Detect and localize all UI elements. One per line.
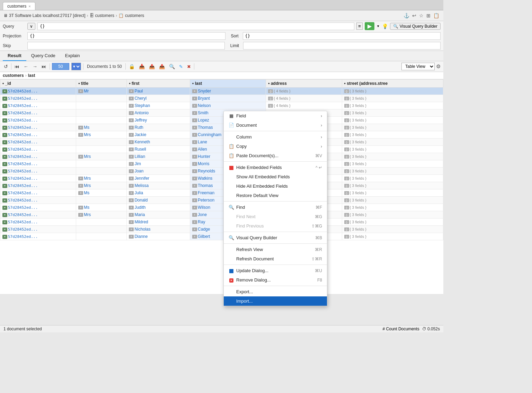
ctx-sep2: [224, 161, 327, 162]
add-doc-btn[interactable]: 📥: [138, 63, 146, 70]
ctx-find[interactable]: 🔍 Find ⌘F: [224, 203, 327, 212]
query-dropdown-btn[interactable]: ∨: [27, 23, 35, 30]
last-page-btn[interactable]: ⏭: [41, 63, 47, 70]
doc-count-label: Documents 1 to 50: [86, 64, 123, 69]
query-section: Query ∨ ≡ ▶ ▾ 💡 🔍 Visual Query Builder P…: [0, 21, 443, 51]
skip-input[interactable]: [27, 42, 225, 50]
tab-bar: customers ×: [0, 0, 443, 10]
anchor-icon-btn[interactable]: ⚓: [403, 12, 410, 19]
page-size-input[interactable]: [52, 63, 69, 70]
table-row[interactable]: ≡57d28452ed...≡Ms≡Ruth≡Thomas{}{ 4 field…: [0, 124, 443, 131]
refresh-btn[interactable]: ↺: [3, 63, 9, 70]
ctx-remove[interactable]: ✕ Remove Dialog... F8: [224, 275, 327, 285]
ctx-refresh-view[interactable]: Refresh View ⌘R: [224, 245, 327, 254]
sort-input[interactable]: [243, 32, 441, 40]
table-row[interactable]: ≡57d28452ed...≡Mrs≡Jackie≡Cunningham{}{ …: [0, 131, 443, 139]
run-query-btn[interactable]: ▶: [365, 22, 374, 30]
star-icon-btn[interactable]: ☆: [418, 12, 424, 19]
table-row[interactable]: ≡57d28452ed...≡Dianne≡Gilbert{}{ 4 field…: [0, 233, 443, 240]
next-page-btn[interactable]: →: [32, 63, 38, 70]
table-row[interactable]: ≡57d28452ed...≡Mr≡Paul≡Snyder{}{ 4 field…: [0, 88, 443, 95]
delete-doc-btn[interactable]: ✖: [186, 63, 192, 70]
limit-input[interactable]: [243, 42, 441, 50]
table-row[interactable]: ≡57d28452ed...≡Donald≡Peterson{}{ 4 fiel…: [0, 197, 443, 204]
breadcrumb: 🖥 3T Software Labs localhost:27017 [dire…: [3, 13, 144, 18]
table-row[interactable]: ≡57d28452ed...≡Ms≡Julia≡Freeman{}{ 4 fie…: [0, 189, 443, 197]
ctx-sep6: [224, 265, 327, 265]
ctx-hide-embedded[interactable]: Hide Embedded Fields ^ ↵: [224, 163, 327, 172]
query-row: Query ∨ ≡ ▶ ▾ 💡 🔍 Visual Query Builder: [0, 21, 443, 31]
ctx-refresh-doc[interactable]: Refresh Document ⇧⌘R: [224, 254, 327, 264]
table-row[interactable]: ≡57d28452ed...≡Mildred≡Ray{}{ 4 fields }…: [0, 218, 443, 226]
export-doc-btn[interactable]: 📤: [158, 63, 166, 70]
view-select[interactable]: Table View Tree View JSON View: [401, 63, 435, 70]
projection-input[interactable]: [27, 32, 225, 40]
breadcrumb-collection: customers: [125, 13, 144, 18]
ctx-find-next[interactable]: Find Next ⌘G: [224, 212, 327, 221]
table-row[interactable]: ≡57d28452ed...≡Rusell≡Allen{}{ 4 fields …: [0, 146, 443, 153]
table-row[interactable]: ≡57d28452ed...≡Jeffrey≡Lopez{}{ 4 fields…: [0, 117, 443, 124]
table-row[interactable]: ≡57d28452ed...≡Jim≡Morris{}{ 4 fields }{…: [0, 160, 443, 168]
table-row[interactable]: ≡57d28452ed...≡Mrs≡Maria≡Jone{}{ 4 field…: [0, 211, 443, 218]
ctx-column[interactable]: Column ›: [224, 132, 327, 142]
ctx-hide-all-embedded[interactable]: Hide All Embedded Fields: [224, 181, 327, 191]
ctx-find-prev[interactable]: Find Previous ⇧⌘G: [224, 221, 327, 231]
table-row[interactable]: ≡57d28452ed...≡Stephan≡Nelson{}{ 4 field…: [0, 102, 443, 109]
first-page-btn[interactable]: ⏮: [14, 63, 20, 70]
lock-icon-btn[interactable]: 🔒: [128, 63, 136, 70]
visual-query-builder-btn[interactable]: 🔍 Visual Query Builder: [390, 23, 441, 30]
path-field: last: [28, 73, 35, 78]
ctx-update[interactable]: Update Dialog... ⌘U: [224, 266, 327, 275]
count-docs-btn[interactable]: # Count Documents: [383, 327, 419, 331]
tab-close-button[interactable]: ×: [28, 4, 30, 8]
ctx-restore-default[interactable]: Restore Default View: [224, 191, 327, 200]
ctx-vqb[interactable]: 🔍 Visual Query Builder ⌘B: [224, 233, 327, 242]
table-row[interactable]: ≡57d28452ed...≡Nicholas≡Cadge{}{ 4 field…: [0, 226, 443, 233]
history-icon-btn[interactable]: ↩: [411, 12, 417, 19]
run-dropdown-btn[interactable]: ▾: [376, 23, 380, 29]
table-row[interactable]: ≡57d28452ed...≡Ms≡Judith≡Wilson{}{ 4 fie…: [0, 204, 443, 211]
tab-label: customers: [7, 4, 26, 9]
table-row[interactable]: ≡57d28452ed...≡Joan≡Reynolds{}{ 4 fields…: [0, 168, 443, 175]
col-header-address[interactable]: • address: [266, 80, 342, 88]
col-header-title[interactable]: • title: [76, 80, 127, 88]
table-row[interactable]: ≡57d28452ed...≡Cheryl≡Bryant{}{ 4 fields…: [0, 95, 443, 102]
ctx-field[interactable]: ▦ Field ›: [224, 111, 327, 120]
path-bar: customers › last: [0, 72, 443, 79]
ctx-sep4: [224, 232, 327, 232]
edit-doc-btn[interactable]: ✎: [178, 63, 184, 70]
page-size-select[interactable]: ▾: [71, 63, 81, 70]
ctx-show-all-embedded[interactable]: Show All Embedded Fields: [224, 172, 327, 181]
tab-result[interactable]: Result: [3, 51, 26, 61]
clone-doc-btn[interactable]: 📤: [148, 63, 156, 70]
col-header-first[interactable]: • first: [127, 80, 190, 88]
table-row[interactable]: ≡57d28452ed...≡Mrs≡Lillian≡Hunter{}{ 4 f…: [0, 153, 443, 160]
ctx-document[interactable]: 📄 Document ›: [224, 120, 327, 130]
grid-icon-btn[interactable]: ⊞: [426, 12, 431, 19]
filter-btn[interactable]: ≡: [356, 23, 363, 30]
tab-explain[interactable]: Explain: [60, 51, 85, 61]
col-header-id[interactable]: • _id: [0, 80, 76, 88]
find-btn[interactable]: 🔍: [168, 63, 176, 70]
toolbar-icons: ⚓ ↩ ☆ ⊞ 📋: [403, 12, 440, 19]
explain-btn[interactable]: 💡: [382, 24, 388, 29]
prev-page-btn[interactable]: ←: [23, 63, 29, 70]
table-container[interactable]: • _id • title • first • last • address •…: [0, 79, 443, 294]
table-row[interactable]: ≡57d28452ed...≡Antonio≡Smith{}{ 4 fields…: [0, 109, 443, 117]
table-row[interactable]: ≡57d28452ed...≡Kenneth≡Lane{}{ 4 fields …: [0, 139, 443, 146]
ctx-import[interactable]: Import...: [224, 296, 327, 306]
ctx-export[interactable]: Export...: [224, 287, 327, 296]
status-right: # Count Documents ⏱ 0.052s: [383, 327, 440, 331]
table-settings-btn[interactable]: ⚙: [436, 63, 441, 70]
table-row[interactable]: ≡57d28452ed...≡Mrs≡Melissa≡Thomas{}{ 4 f…: [0, 182, 443, 189]
copy-icon-btn[interactable]: 📋: [433, 12, 440, 19]
query-input[interactable]: [37, 23, 354, 30]
tab-query-code[interactable]: Query Code: [26, 51, 60, 61]
ctx-copy[interactable]: 📋 Copy ›: [224, 142, 327, 151]
separator4: [125, 63, 126, 70]
table-row[interactable]: ≡57d28452ed...≡Mrs≡Jennifer≡Watkins{}{ 4…: [0, 175, 443, 182]
tab-customers[interactable]: customers ×: [3, 2, 35, 10]
col-header-last[interactable]: • last: [190, 80, 266, 88]
ctx-paste[interactable]: 📋 Paste Document(s)... ⌘V: [224, 151, 327, 160]
col-header-street[interactable]: • street (address.stree: [342, 80, 443, 88]
